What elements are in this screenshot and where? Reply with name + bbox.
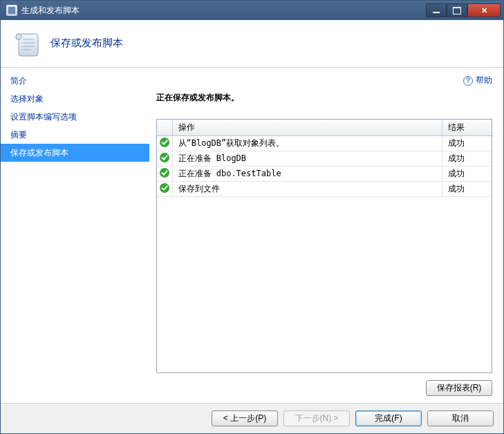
app-icon — [6, 5, 17, 16]
row-action: 正在准备 BlogDB — [172, 151, 442, 167]
row-result: 成功 — [442, 136, 492, 151]
row-result: 成功 — [442, 182, 492, 197]
main-panel: ? 帮助 正在保存或发布脚本。 操作 结果 从“BlogDB”获取对象列表。成 — [149, 68, 503, 403]
script-icon — [12, 28, 41, 57]
wizard-footer: < 上一步(P) 下一步(N) > 完成(F) 取消 — [1, 403, 503, 433]
row-status-icon — [157, 182, 172, 197]
sidebar-item-intro[interactable]: 简介 — [1, 72, 149, 90]
sidebar-item-save-publish[interactable]: 保存或发布脚本 — [1, 144, 149, 162]
svg-point-0 — [16, 34, 21, 39]
sidebar-item-summary[interactable]: 摘要 — [1, 126, 149, 144]
table-row[interactable]: 正在准备 dbo.TestTable成功 — [157, 167, 492, 182]
help-icon: ? — [463, 76, 473, 86]
maximize-button[interactable] — [447, 3, 467, 17]
next-button: 下一步(N) > — [283, 411, 350, 426]
col-action[interactable]: 操作 — [172, 120, 442, 136]
status-title: 正在保存或发布脚本。 — [156, 92, 492, 104]
back-button[interactable]: < 上一步(P) — [212, 411, 278, 426]
finish-button[interactable]: 完成(F) — [355, 411, 422, 426]
row-result: 成功 — [442, 167, 492, 182]
titlebar: 生成和发布脚本 — [1, 1, 503, 20]
row-status-icon — [157, 151, 172, 167]
col-result[interactable]: 结果 — [442, 120, 492, 136]
wizard-sidebar: 简介 选择对象 设置脚本编写选项 摘要 保存或发布脚本 — [1, 68, 149, 403]
row-action: 正在准备 dbo.TestTable — [172, 167, 442, 182]
window-controls — [426, 3, 501, 17]
progress-grid: 操作 结果 从“BlogDB”获取对象列表。成功正在准备 BlogDB成功正在准… — [156, 119, 492, 373]
wizard-header: 保存或发布脚本 — [1, 20, 503, 68]
content-area: 简介 选择对象 设置脚本编写选项 摘要 保存或发布脚本 ? 帮助 正在保存或发布… — [1, 68, 503, 403]
sidebar-item-set-options[interactable]: 设置脚本编写选项 — [1, 108, 149, 126]
wizard-window: 生成和发布脚本 保存或发布脚本 简介 选择 — [0, 0, 504, 434]
cancel-button[interactable]: 取消 — [427, 411, 494, 426]
row-status-icon — [157, 167, 172, 182]
save-report-button[interactable]: 保存报表(R) — [426, 380, 492, 396]
close-button[interactable] — [467, 3, 501, 17]
table-row[interactable]: 从“BlogDB”获取对象列表。成功 — [157, 136, 492, 151]
row-action: 从“BlogDB”获取对象列表。 — [172, 136, 442, 151]
row-status-icon — [157, 136, 172, 151]
help-link[interactable]: ? 帮助 — [463, 75, 492, 86]
page-title: 保存或发布脚本 — [50, 37, 123, 50]
row-action: 保存到文件 — [172, 182, 442, 197]
row-result: 成功 — [442, 151, 492, 167]
table-row[interactable]: 保存到文件成功 — [157, 182, 492, 197]
sidebar-item-select-objects[interactable]: 选择对象 — [1, 90, 149, 108]
window-title: 生成和发布脚本 — [21, 5, 426, 17]
col-icon — [157, 120, 172, 136]
table-row[interactable]: 正在准备 BlogDB成功 — [157, 151, 492, 167]
help-label: 帮助 — [476, 75, 492, 86]
minimize-button[interactable] — [426, 3, 447, 17]
